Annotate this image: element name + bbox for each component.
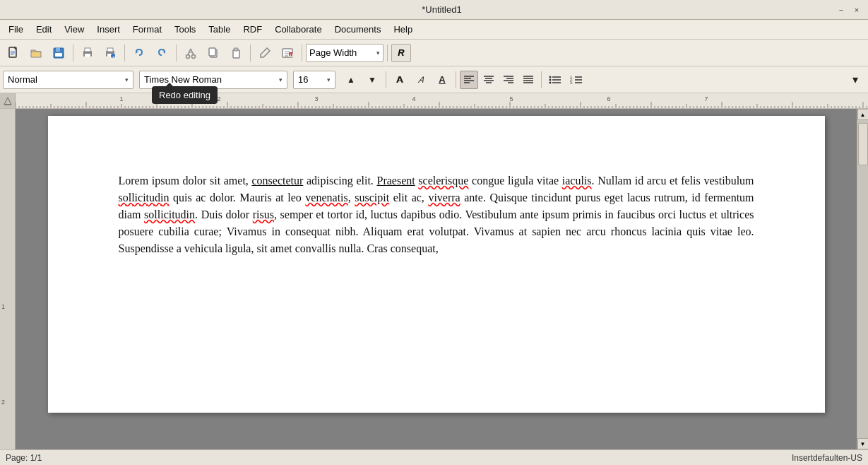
sep-fmt2 xyxy=(456,71,456,88)
menu-table[interactable]: Table xyxy=(203,21,236,37)
sep2 xyxy=(124,45,125,61)
toolbar2: Normal ▾ Times New Roman ▾ 16 ▾ ▲ ▼ 𝗔 𝘈 … xyxy=(0,66,868,93)
sep-fmt3 xyxy=(541,71,542,88)
ruler-left-corner xyxy=(0,93,16,108)
main-area: 1 2 Lorem ipsum dolor sit amet, consecte… xyxy=(0,109,868,449)
ordered-list-button[interactable]: 1.2.3. xyxy=(566,71,586,89)
menu-format[interactable]: Format xyxy=(127,21,167,37)
close-button[interactable]: × xyxy=(851,4,862,16)
unordered-list-button[interactable] xyxy=(545,71,565,89)
svg-point-23 xyxy=(549,81,552,83)
decrease-size-button[interactable]: ▼ xyxy=(362,71,382,89)
align-left-button[interactable] xyxy=(460,71,478,89)
undo-button[interactable] xyxy=(129,43,150,63)
page-width-combo[interactable]: Page Width ▾ xyxy=(306,44,384,62)
vruler-label-1: 1 xyxy=(1,303,5,310)
sep3 xyxy=(176,45,177,61)
window-title: *Untitled1 xyxy=(48,4,836,15)
page-width-label: Page Width xyxy=(309,47,357,58)
scroll-down-arrow[interactable]: ▼ xyxy=(857,438,869,449)
align-center-button[interactable] xyxy=(480,71,498,89)
document-page: Lorem ipsum dolor sit amet, consectetur … xyxy=(48,116,825,413)
svg-rect-16 xyxy=(233,50,239,58)
svg-point-22 xyxy=(549,78,552,81)
style-value: Normal xyxy=(8,74,37,85)
ruler-container xyxy=(0,93,868,109)
svg-rect-6 xyxy=(85,54,90,57)
style-combo[interactable]: Normal ▾ xyxy=(3,71,133,89)
svg-rect-2 xyxy=(56,48,60,52)
menu-edit[interactable]: Edit xyxy=(30,21,57,37)
menu-file[interactable]: File xyxy=(3,21,29,37)
new-button[interactable] xyxy=(3,43,24,63)
scroll-track[interactable] xyxy=(858,120,868,438)
menu-rdf[interactable]: RDF xyxy=(237,21,268,37)
paste-button[interactable] xyxy=(225,43,246,63)
underline-button[interactable]: A xyxy=(432,71,452,89)
page-width-arrow: ▾ xyxy=(376,49,380,57)
svg-text:⊕: ⊕ xyxy=(112,54,114,58)
titlebar: *Untitled1 − × xyxy=(0,0,868,20)
scrollbar[interactable]: ▲ ▼ xyxy=(857,109,868,449)
more-button[interactable]: ▾ xyxy=(845,71,865,89)
align-right-button[interactable] xyxy=(499,71,518,89)
increase-size-button[interactable]: ▲ xyxy=(341,71,361,89)
menu-documents[interactable]: Documents xyxy=(329,21,387,37)
vruler-label-2: 2 xyxy=(1,399,5,406)
sep-fmt1 xyxy=(386,71,386,88)
toolbar1: ⊕ 123 Page Width ▾ R xyxy=(0,40,868,66)
page-info: Page: 1/1 xyxy=(6,453,42,463)
menu-insert[interactable]: Insert xyxy=(91,21,126,37)
font-combo[interactable]: Times New Roman ▾ xyxy=(139,71,287,89)
scroll-up-arrow[interactable]: ▲ xyxy=(857,109,869,120)
menu-view[interactable]: View xyxy=(59,21,90,37)
italic-button[interactable]: 𝘈 xyxy=(411,71,431,89)
cut-button[interactable] xyxy=(180,43,201,63)
menu-tools[interactable]: Tools xyxy=(169,21,201,37)
svg-rect-17 xyxy=(234,48,238,51)
pen-button[interactable] xyxy=(254,43,275,63)
vertical-ruler: 1 2 xyxy=(0,109,16,449)
sep1 xyxy=(73,45,73,61)
sep6 xyxy=(387,45,388,61)
sep4 xyxy=(250,45,251,61)
menu-collaborate[interactable]: Collaborate xyxy=(269,21,328,37)
svg-rect-15 xyxy=(209,48,215,56)
font-value: Times New Roman xyxy=(144,74,222,85)
svg-rect-5 xyxy=(85,48,90,52)
menubar: File Edit View Insert Format Tools Table… xyxy=(0,20,868,40)
ruler xyxy=(16,93,868,108)
print-button[interactable] xyxy=(77,43,98,63)
svg-rect-3 xyxy=(55,53,62,57)
svg-point-21 xyxy=(549,76,552,78)
insert-info: Insertdefaulten-US xyxy=(792,453,862,463)
sep5 xyxy=(302,45,302,61)
style-arrow: ▾ xyxy=(125,76,129,83)
svg-text:123: 123 xyxy=(290,53,294,57)
menu-help[interactable]: Help xyxy=(388,21,418,37)
r-button[interactable]: R xyxy=(391,44,411,62)
scroll-thumb[interactable] xyxy=(858,123,868,165)
size-value: 16 xyxy=(298,74,308,85)
size-arrow: ▾ xyxy=(327,76,331,83)
size-combo[interactable]: 16 ▾ xyxy=(293,71,335,89)
font-arrow: ▾ xyxy=(279,76,283,83)
svg-point-13 xyxy=(192,54,196,58)
document-area[interactable]: Lorem ipsum dolor sit amet, consectetur … xyxy=(16,109,857,449)
minimize-button[interactable]: − xyxy=(836,4,847,16)
open-button[interactable] xyxy=(25,43,47,63)
svg-text:3.: 3. xyxy=(570,81,573,85)
align-justify-button[interactable] xyxy=(519,71,537,89)
redo-button[interactable] xyxy=(151,43,172,63)
document-content: Lorem ipsum dolor sit amet, consectetur … xyxy=(119,172,754,257)
wordcount-button[interactable]: 123 xyxy=(277,43,298,63)
svg-point-12 xyxy=(186,54,190,58)
statusbar: Page: 1/1 Insertdefaulten-US xyxy=(0,449,868,465)
print-preview-button[interactable]: ⊕ xyxy=(100,43,121,63)
save-button[interactable] xyxy=(48,43,69,63)
svg-rect-8 xyxy=(107,48,113,52)
bold-button[interactable]: 𝗔 xyxy=(390,71,410,89)
copy-button[interactable] xyxy=(203,43,224,63)
